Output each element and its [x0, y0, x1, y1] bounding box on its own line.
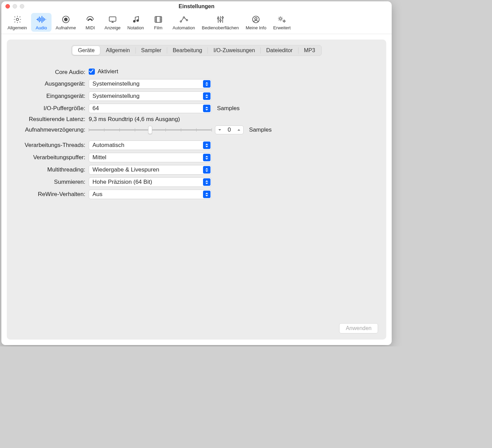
window-minimize-button[interactable] — [13, 4, 17, 9]
row-core-audio: Core Audio Aktiviert — [13, 67, 380, 78]
toolbar-tab-automation[interactable]: Automation — [170, 13, 198, 32]
select-value: 64 — [92, 105, 99, 112]
select-value: Wiedergabe & Livespuren — [92, 166, 159, 173]
toolbar-tab-label: Allgemein — [8, 25, 27, 30]
stepper-increment[interactable] — [234, 126, 243, 134]
threads-select[interactable]: Automatisch — [89, 140, 212, 150]
updown-arrows-icon — [203, 141, 211, 149]
core-audio-checkbox[interactable]: Aktiviert — [89, 68, 118, 75]
display-icon — [107, 14, 118, 25]
row-latency: Resultierende Latenz 9,3 ms Roundtrip (4… — [13, 115, 380, 124]
toolbar-tab-audio[interactable]: Audio — [31, 13, 52, 32]
row-process-buffer: Verarbeitungspuffer Mittel — [13, 151, 380, 164]
process-buffer-select[interactable]: Mittel — [89, 153, 212, 162]
row-input-device: Eingangsgerät Systemeinstellung — [13, 90, 380, 102]
select-value: Mittel — [92, 154, 106, 161]
row-multithreading: Multithreading Wiedergabe & Livespuren — [13, 164, 380, 176]
recording-delay-slider[interactable] — [89, 126, 212, 134]
svg-point-2 — [64, 18, 67, 21]
subtab-editing[interactable]: Bearbeitung — [167, 46, 207, 55]
row-recording-delay: Aufnahmeverzögerung — [13, 124, 380, 136]
checkbox-label: Aktiviert — [98, 68, 118, 75]
toolbar-tab-label: Notation — [127, 25, 144, 30]
row-output-device: Ausgangsgerät Systemeinstellung — [13, 78, 380, 90]
stepper-value: 0 — [224, 126, 234, 133]
updown-arrows-icon — [203, 191, 211, 198]
io-buffer-select[interactable]: 64 — [89, 104, 212, 113]
automation-icon — [179, 14, 189, 25]
toolbar-tab-label: Bedienoberflächen — [202, 25, 239, 30]
svg-point-21 — [284, 20, 285, 22]
svg-point-6 — [89, 19, 90, 20]
svg-point-5 — [91, 20, 92, 21]
subtab-devices[interactable]: Geräte — [72, 46, 100, 55]
record-icon — [61, 14, 71, 25]
multithreading-select[interactable]: Wiedergabe & Livespuren — [89, 165, 212, 175]
label-io-buffer: I/O-Puffergröße — [13, 105, 85, 112]
content-panel: Geräte Allgemein Sampler Bearbeitung I/O… — [7, 40, 386, 340]
toolbar-tab-label: Anzeige — [104, 25, 120, 30]
updown-arrows-icon — [203, 178, 211, 186]
subtab-file-editor[interactable]: Dateieditor — [261, 46, 298, 55]
svg-point-17 — [222, 17, 223, 18]
label-recording-delay: Aufnahmeverzögerung — [13, 126, 85, 133]
sub-tabs: Geräte Allgemein Sampler Bearbeitung I/O… — [71, 45, 321, 56]
toolbar-tab-label: Automation — [173, 25, 195, 30]
traffic-lights — [5, 4, 24, 9]
output-device-select[interactable]: Systemeinstellung — [89, 79, 212, 89]
window-zoom-button[interactable] — [20, 4, 24, 9]
apply-button[interactable]: Anwenden — [339, 323, 378, 333]
rewire-select[interactable]: Aus — [89, 190, 212, 199]
svg-point-19 — [255, 18, 257, 20]
toolbar-tab-movie[interactable]: Film — [148, 13, 169, 32]
svg-point-12 — [180, 21, 182, 22]
window-close-button[interactable] — [5, 4, 10, 9]
select-value: Automatisch — [92, 142, 125, 149]
waveform-icon — [36, 14, 46, 25]
toolbar-tab-notation[interactable]: Notation — [125, 13, 146, 32]
subtab-sampler[interactable]: Sampler — [136, 46, 167, 55]
toolbar-tab-label: Audio — [35, 25, 47, 30]
label-input-device: Eingangsgerät — [13, 93, 85, 100]
toolbar-tab-general[interactable]: Allgemein — [5, 13, 30, 32]
label-core-audio: Core Audio — [13, 69, 85, 76]
stepper-decrement[interactable] — [215, 126, 224, 134]
toolbar-tab-label: Meine Info — [246, 25, 266, 30]
select-value: Systemeinstellung — [92, 80, 140, 87]
subtab-io-assignments[interactable]: I/O-Zuweisungen — [208, 46, 260, 55]
select-value: Hohe Präzision (64 Bit) — [92, 179, 152, 185]
summing-select[interactable]: Hohe Präzision (64 Bit) — [89, 177, 212, 187]
toolbar-tab-recording[interactable]: Aufnahme — [53, 13, 78, 32]
titlebar: Einstellungen — [1, 1, 392, 12]
select-value: Aus — [92, 191, 102, 198]
label-multithreading: Multithreading — [13, 166, 85, 173]
subtab-mp3[interactable]: MP3 — [299, 46, 321, 55]
toolbar-tab-label: Erweitert — [273, 25, 291, 30]
row-threads: Verarbeitungs-Threads Automatisch — [13, 139, 380, 151]
recording-delay-unit: Samples — [247, 126, 272, 133]
toolbar-tab-control-surfaces[interactable]: Bedienoberflächen — [199, 13, 242, 32]
svg-point-20 — [279, 18, 281, 20]
label-rewire: ReWire-Verhalten — [13, 191, 85, 198]
svg-rect-8 — [109, 17, 116, 21]
input-device-select[interactable]: Systemeinstellung — [89, 91, 212, 101]
preferences-window: Einstellungen Allgemein Audio Aufnahme — [1, 1, 392, 345]
toolbar-tab-my-info[interactable]: Meine Info — [243, 13, 269, 32]
toolbar-tab-display[interactable]: Anzeige — [102, 13, 123, 32]
select-value: Systemeinstellung — [92, 93, 140, 100]
row-io-buffer: I/O-Puffergröße 64 Samples — [13, 102, 380, 115]
toolbar-tab-midi[interactable]: MIDI — [80, 13, 100, 32]
recording-delay-stepper[interactable]: 0 — [215, 125, 244, 134]
updown-arrows-icon — [203, 166, 211, 174]
film-icon — [153, 14, 163, 25]
toolbar-tab-advanced[interactable]: Erweitert — [271, 13, 293, 32]
preferences-toolbar: Allgemein Audio Aufnahme MIDI — [1, 12, 392, 34]
gear-icon — [12, 14, 23, 25]
toolbar-tab-label: Film — [154, 25, 162, 30]
svg-point-0 — [16, 18, 18, 21]
svg-point-7 — [91, 19, 92, 20]
label-summing: Summieren — [13, 179, 85, 185]
subtab-general[interactable]: Allgemein — [100, 46, 135, 55]
label-latency: Resultierende Latenz — [13, 116, 85, 123]
updown-arrows-icon — [203, 154, 211, 161]
